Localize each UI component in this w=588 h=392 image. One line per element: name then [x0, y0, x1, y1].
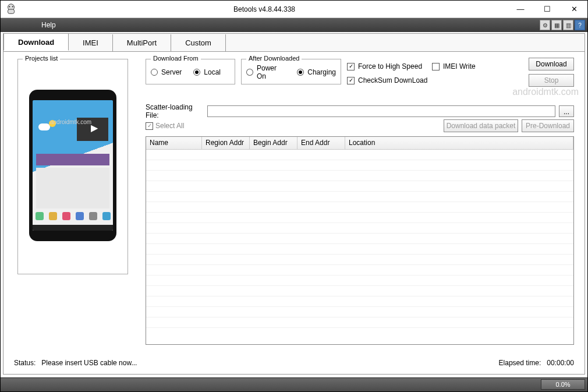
- status-label: Status:: [14, 359, 36, 367]
- radio-charging[interactable]: [297, 69, 304, 76]
- browse-button[interactable]: ...: [559, 105, 574, 117]
- menu-help[interactable]: Help: [36, 21, 62, 29]
- tab-download[interactable]: Download: [3, 33, 69, 51]
- menu-bar: Help ⚙ ▦ ▥ ?: [1, 18, 587, 32]
- radio-power-on[interactable]: [246, 69, 253, 76]
- svg-point-3: [12, 6, 13, 7]
- download-from-legend: Download From: [151, 55, 201, 62]
- radio-server-label: Server: [161, 68, 182, 76]
- toolbar-help-icon[interactable]: ?: [575, 20, 585, 30]
- download-from-group: Download From Server Local: [146, 59, 235, 84]
- status-text: Please insert USB cable now...: [41, 359, 137, 367]
- checkbox-imei-write[interactable]: [432, 63, 440, 70]
- checkbox-select-all[interactable]: ✓: [146, 122, 153, 130]
- toolbar-icon-2[interactable]: ▦: [551, 20, 562, 30]
- scatter-label: Scatter-loading File:: [146, 103, 204, 119]
- window-title: Betools v4.8.44.338: [22, 5, 507, 13]
- checkbox-imei-write-label: IMEI Write: [443, 62, 476, 70]
- checkbox-force-high-speed-row: ✓ Force to High Speed: [347, 62, 427, 70]
- svg-point-2: [9, 6, 10, 7]
- scatter-file-input[interactable]: [207, 105, 555, 117]
- table-header: Name Region Addr Begin Addr End Addr Loc…: [146, 137, 573, 150]
- col-name[interactable]: Name: [146, 137, 202, 149]
- after-downloaded-group: After Downloaded Power On Charging: [241, 59, 341, 84]
- device-preview-image: ▶: [29, 90, 116, 241]
- app-icon: [1, 1, 22, 18]
- tab-imei[interactable]: IMEI: [69, 34, 113, 52]
- col-end-addr[interactable]: End Addr: [297, 137, 345, 149]
- download-data-packet-button[interactable]: Download data packet: [444, 119, 518, 132]
- col-location[interactable]: Location: [345, 137, 573, 149]
- checkbox-force-high-speed-label: Force to High Speed: [358, 62, 422, 70]
- select-all-label: Select All: [155, 122, 184, 130]
- tab-content: Projects list ▶ Download From Server: [3, 52, 585, 375]
- tab-multiport[interactable]: MultiPort: [113, 34, 171, 52]
- maximize-button[interactable]: ☐: [534, 1, 561, 18]
- elapsed-value: 00:00:00: [547, 359, 574, 367]
- radio-local-label: Local: [204, 68, 221, 76]
- progress-percent: 0.0%: [541, 379, 585, 390]
- stop-button[interactable]: Stop: [529, 74, 574, 87]
- partition-table: Name Region Addr Begin Addr End Addr Loc…: [146, 136, 574, 345]
- bottom-status-bar: 0.0%: [1, 377, 587, 391]
- col-region-addr[interactable]: Region Addr: [202, 137, 250, 149]
- close-button[interactable]: ✕: [561, 1, 587, 18]
- checkbox-checksum-label: CheckSum DownLoad: [358, 76, 427, 84]
- toolbar-icon-3[interactable]: ▥: [563, 20, 573, 30]
- tab-custom[interactable]: Custom: [171, 34, 226, 52]
- radio-charging-label: Charging: [307, 68, 336, 76]
- toolbar-icon-1[interactable]: ⚙: [540, 20, 550, 30]
- projects-legend: Projects list: [23, 55, 60, 62]
- checkbox-checksum[interactable]: ✓: [347, 77, 355, 84]
- after-downloaded-legend: After Downloaded: [246, 55, 302, 62]
- download-button[interactable]: Download: [529, 58, 574, 70]
- projects-list-box: Projects list ▶: [17, 59, 128, 274]
- svg-rect-1: [8, 9, 15, 13]
- checkbox-imei-write-row: IMEI Write: [432, 62, 476, 70]
- radio-local[interactable]: [193, 69, 200, 76]
- minimize-button[interactable]: —: [507, 1, 534, 18]
- checkbox-force-high-speed[interactable]: ✓: [347, 63, 355, 70]
- pre-download-button[interactable]: Pre-Download: [522, 119, 574, 132]
- title-bar: Betools v4.8.44.338 — ☐ ✕: [1, 1, 587, 18]
- radio-power-on-label: Power On: [257, 64, 288, 80]
- col-begin-addr[interactable]: Begin Addr: [250, 137, 297, 149]
- checkbox-checksum-row: ✓ CheckSum DownLoad: [347, 76, 427, 84]
- elapsed-label: Elapsed time:: [499, 359, 541, 367]
- radio-server[interactable]: [151, 69, 158, 76]
- tab-strip: Download IMEI MultiPort Custom: [3, 33, 585, 52]
- table-body: [146, 150, 573, 328]
- watermark: androidmtk.com: [512, 87, 579, 97]
